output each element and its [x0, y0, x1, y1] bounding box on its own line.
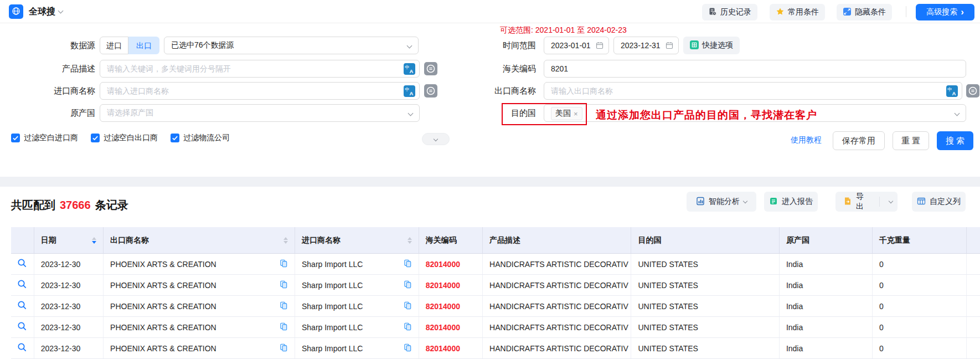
table-row: 2023-12-30 PHOENIX ARTS & CREATION Sharp…	[11, 338, 980, 359]
quick-options-button[interactable]: 快捷选项	[683, 37, 740, 54]
hs-code-input[interactable]	[544, 60, 966, 77]
header-label: 原产国	[786, 235, 809, 245]
header-date[interactable]: 日期	[34, 227, 104, 253]
calendar-icon[interactable]	[666, 42, 673, 51]
magnifier-icon[interactable]	[17, 258, 27, 270]
product-desc-label: 产品描述	[0, 60, 95, 78]
translate-icon[interactable]: 中A	[404, 63, 415, 76]
header-expand-column	[11, 227, 34, 253]
exporter-name[interactable]: PHOENIX ARTS & CREATION	[110, 260, 216, 269]
history-button[interactable]: 历史记录	[702, 4, 757, 20]
importer-cell: Sharp Import LLC	[295, 338, 419, 358]
arrow-right-icon: ›	[961, 8, 964, 16]
filter-blank-importer-checkbox[interactable]: 过滤空白进口商	[11, 133, 78, 143]
row-detail-cell	[11, 254, 34, 274]
start-date-input[interactable]: 2023-01-01	[544, 37, 609, 54]
data-source-select[interactable]: 已选中76个数据源	[164, 37, 419, 54]
copy-icon[interactable]	[280, 343, 288, 353]
destination-tag: 美国 ×	[551, 107, 582, 120]
filter-logistics-checkbox[interactable]: 过滤物流公司	[171, 133, 230, 143]
importer-name[interactable]: Sharp Import LLC	[302, 260, 363, 269]
importer-name[interactable]: Sharp Import LLC	[302, 281, 363, 290]
search-button[interactable]: 搜 索	[937, 131, 973, 150]
export-tab[interactable]: 出口	[128, 37, 159, 54]
magnifier-icon[interactable]	[17, 321, 27, 333]
copy-icon[interactable]	[280, 280, 288, 290]
chevron-down-icon	[955, 111, 960, 116]
app-switcher-chevron-down-icon[interactable]	[58, 8, 64, 14]
header-importer[interactable]: 进口商名称	[295, 227, 419, 253]
copy-icon[interactable]	[404, 280, 412, 290]
hs-code-cell[interactable]: 82014000	[419, 296, 483, 316]
translate-icon[interactable]: 中A	[946, 85, 958, 99]
header-label: 千克重量	[879, 235, 910, 245]
magnifier-icon[interactable]	[17, 342, 27, 354]
magnifier-icon[interactable]	[17, 279, 27, 291]
exact-match-icon[interactable]	[424, 62, 437, 75]
importer-cell: Sharp Import LLC	[295, 254, 419, 274]
copy-icon[interactable]	[280, 259, 288, 269]
table-columns-icon	[917, 197, 926, 207]
app-logo	[9, 4, 23, 19]
copy-icon[interactable]	[280, 322, 288, 332]
exporter-input[interactable]	[544, 83, 962, 99]
hide-conditions-button[interactable]: 隐藏条件	[837, 4, 892, 20]
destination-tag-label: 美国	[555, 109, 571, 119]
copy-icon[interactable]	[404, 301, 412, 311]
checkbox-label: 过滤物流公司	[183, 133, 230, 143]
collapse-form-button[interactable]	[422, 133, 450, 145]
copy-icon[interactable]	[280, 301, 288, 311]
filter-blank-exporter-checkbox[interactable]: 过滤空白出口商	[91, 133, 158, 143]
copy-icon[interactable]	[404, 322, 412, 332]
reset-button[interactable]: 重 置	[893, 131, 929, 150]
exporter-name[interactable]: PHOENIX ARTS & CREATION	[110, 344, 216, 353]
exporter-name[interactable]: PHOENIX ARTS & CREATION	[110, 281, 216, 290]
row-detail-cell	[11, 338, 34, 358]
enter-report-button[interactable]: 进入报告	[764, 192, 818, 212]
product-desc-input[interactable]	[100, 60, 419, 77]
table-row: 2023-12-30 PHOENIX ARTS & CREATION Sharp…	[11, 317, 980, 338]
exact-match-icon[interactable]	[966, 84, 979, 98]
exporter-cell: PHOENIX ARTS & CREATION	[104, 254, 295, 274]
export-dropdown-button[interactable]	[884, 192, 898, 212]
calendar-icon[interactable]	[596, 42, 604, 51]
hs-code-cell[interactable]: 82014000	[419, 275, 483, 295]
data-source-label: 数据源	[0, 37, 95, 54]
copy-icon[interactable]	[404, 259, 412, 269]
hs-code-cell[interactable]: 82014000	[419, 338, 483, 358]
importer-input[interactable]	[100, 83, 419, 99]
smart-analysis-button[interactable]: 智能分析	[687, 192, 756, 212]
svg-text:中: 中	[947, 86, 952, 92]
copy-icon[interactable]	[404, 343, 412, 353]
importer-name[interactable]: Sharp Import LLC	[302, 302, 363, 311]
favorites-button[interactable]: 常用条件	[770, 4, 825, 20]
end-date-input[interactable]: 2023-12-31	[613, 37, 679, 54]
custom-columns-button[interactable]: 自定义列	[912, 192, 966, 212]
sort-icon[interactable]	[408, 237, 412, 244]
advanced-search-label: 高级搜索	[926, 7, 957, 17]
export-button[interactable]: 导出	[835, 192, 875, 212]
import-tab[interactable]: 进口	[100, 37, 128, 54]
importer-name[interactable]: Sharp Import LLC	[302, 344, 363, 353]
importer-cell: Sharp Import LLC	[295, 317, 419, 337]
sort-icon[interactable]	[92, 237, 96, 244]
origin-country-select[interactable]: 请选择原产国	[100, 104, 420, 122]
exporter-name[interactable]: PHOENIX ARTS & CREATION	[110, 302, 216, 311]
exporter-name[interactable]: PHOENIX ARTS & CREATION	[110, 323, 216, 332]
hs-code-cell[interactable]: 82014000	[419, 317, 483, 337]
header-exporter[interactable]: 出口商名称	[104, 227, 295, 253]
importer-name[interactable]: Sharp Import LLC	[302, 323, 363, 332]
tutorial-link[interactable]: 使用教程	[791, 135, 822, 145]
checkbox-checked-icon	[91, 134, 100, 142]
topbar-divider	[906, 6, 906, 17]
save-conditions-button[interactable]: 保存常用	[833, 131, 885, 150]
advanced-search-button[interactable]: 高级搜索 ›	[916, 4, 974, 20]
hs-code-cell[interactable]: 82014000	[419, 254, 483, 274]
tag-close-icon[interactable]: ×	[574, 110, 578, 118]
sort-icon[interactable]	[283, 237, 288, 244]
cutoff-cell	[967, 275, 980, 295]
translate-icon[interactable]: 中A	[404, 85, 415, 99]
magnifier-icon[interactable]	[17, 300, 27, 312]
exporter-cell: PHOENIX ARTS & CREATION	[104, 338, 295, 358]
exact-match-icon[interactable]	[424, 84, 437, 98]
